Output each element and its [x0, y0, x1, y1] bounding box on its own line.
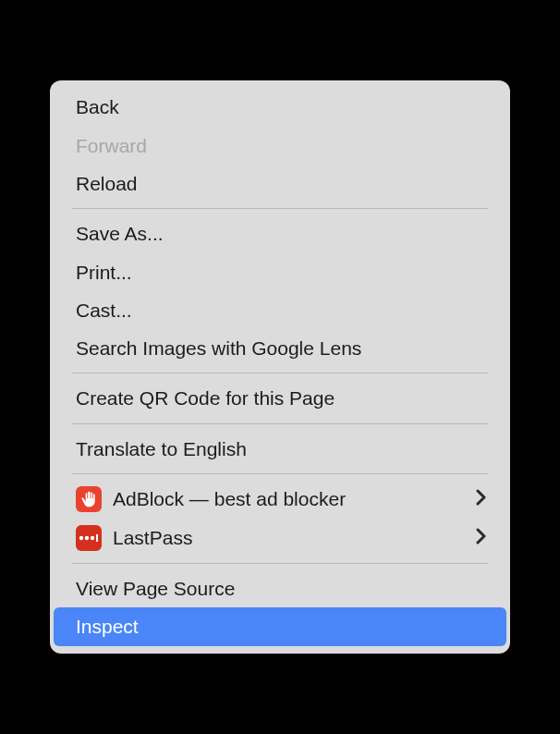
- menu-item-reload[interactable]: Reload: [54, 165, 506, 202]
- lastpass-dots-icon: [77, 532, 101, 544]
- menu-item-lastpass[interactable]: LastPass: [54, 519, 506, 557]
- menu-label-lastpass: LastPass: [113, 525, 476, 550]
- menu-item-cast[interactable]: Cast...: [54, 291, 506, 329]
- hand-stop-icon: [79, 490, 98, 508]
- menu-item-view-source[interactable]: View Page Source: [54, 569, 506, 607]
- menu-label-translate: Translate to English: [76, 436, 484, 461]
- menu-label-search-images: Search Images with Google Lens: [76, 336, 484, 361]
- menu-item-search-images[interactable]: Search Images with Google Lens: [54, 329, 506, 367]
- menu-separator: [72, 423, 488, 424]
- menu-item-print[interactable]: Print...: [54, 253, 506, 291]
- menu-label-forward: Forward: [76, 133, 484, 158]
- menu-item-adblock[interactable]: AdBlock — best ad blocker: [54, 480, 506, 519]
- menu-label-create-qr: Create QR Code for this Page: [76, 385, 484, 410]
- menu-item-save-as[interactable]: Save As...: [54, 214, 506, 252]
- svg-rect-3: [96, 534, 98, 542]
- menu-item-forward: Forward: [54, 127, 506, 165]
- menu-label-adblock: AdBlock — best ad blocker: [113, 486, 476, 511]
- lastpass-icon: [76, 525, 102, 551]
- menu-separator: [72, 473, 488, 474]
- menu-label-print: Print...: [76, 260, 484, 285]
- menu-label-cast: Cast...: [76, 298, 484, 323]
- menu-label-back: Back: [76, 94, 484, 119]
- menu-label-reload: Reload: [76, 171, 484, 196]
- context-menu: Back Forward Reload Save As... Print... …: [50, 80, 510, 653]
- menu-separator: [72, 373, 488, 373]
- menu-separator: [72, 208, 488, 209]
- menu-item-back[interactable]: Back: [54, 88, 506, 126]
- menu-label-inspect: Inspect: [76, 614, 484, 639]
- menu-label-view-source: View Page Source: [76, 576, 484, 601]
- menu-item-translate[interactable]: Translate to English: [54, 430, 506, 468]
- chevron-right-icon: [476, 526, 486, 550]
- menu-separator: [72, 563, 488, 564]
- svg-point-1: [85, 536, 89, 540]
- svg-point-2: [91, 536, 94, 540]
- svg-point-0: [79, 536, 83, 540]
- adblock-icon: [76, 486, 102, 512]
- chevron-right-icon: [476, 487, 486, 511]
- menu-label-save-as: Save As...: [76, 221, 484, 246]
- menu-item-create-qr[interactable]: Create QR Code for this Page: [54, 379, 506, 417]
- menu-item-inspect[interactable]: Inspect: [54, 607, 506, 645]
